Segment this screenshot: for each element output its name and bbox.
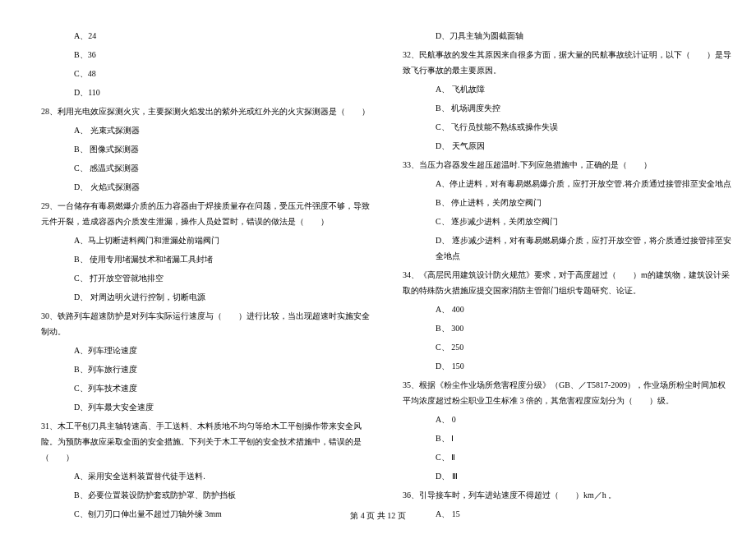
q29-option-c: C、 打开放空管就地排空 (74, 270, 370, 286)
q35-option-a: A、 0 (436, 412, 731, 427)
q31-option-b: B、必要位置装设防护套或防护罩、防护挡板 (74, 487, 370, 503)
q34-option-d: D、 150 (436, 358, 731, 374)
q33-option-b: B、 停止进料，关闭放空阀门 (436, 195, 731, 210)
q34-option-a: A、 400 (436, 302, 731, 317)
q33-option-c: C、 逐步减少进料，关闭放空阀门 (436, 214, 731, 229)
q32-text: 32、民航事故的发生其原因来自很多方面，据大量的民航事故统计证明，以下（ ）是导… (403, 47, 731, 78)
q30-option-c: C、列车技术速度 (74, 380, 370, 396)
q28-text: 28、利用光电效应探测火灾，主要探测火焰发出的紫外光或红外光的火灾探测器是（ ） (41, 104, 370, 119)
q32-option-d: D、 天气原因 (436, 138, 731, 154)
q34-text: 34、《高层民用建筑设计防火规范》要求，对于高度超过（ ）m的建筑物，建筑设计采… (403, 267, 731, 298)
q29-text: 29、一台储存有毒易燃爆介质的压力容器由于焊接质量存在问题，受压元件强度不够，导… (41, 198, 370, 229)
q32-option-a: A、 飞机故障 (436, 81, 731, 97)
page-footer: 第 4 页 共 12 页 (0, 510, 756, 522)
q36-text: 36、引导接车时，列车进站速度不得超过（ ）km／h 。 (403, 487, 731, 503)
q35-option-c: C、 Ⅱ (436, 449, 731, 465)
q27-option-b: B、36 (74, 47, 370, 62)
q27-option-c: C、48 (74, 66, 370, 81)
q33-text: 33、当压力容器发生超压超温时.下列应急措施中，正确的是（ ） (403, 157, 731, 173)
q33-option-d: D、 逐步减少进料，对有毒易燃易爆介质，应打开放空管，将介质通过接管排至安全地点 (436, 232, 731, 264)
q31-option-d: D、刀具主轴为圆截面轴 (436, 28, 731, 44)
q28-option-b: B、 图像式探测器 (74, 141, 370, 157)
q30-option-a: A、列车理论速度 (74, 343, 370, 358)
q34-option-c: C、 250 (436, 339, 731, 355)
q33-option-a: A、停止进料，对有毒易燃易爆介质，应打开放空管.将介质通过接管排至安全地点 (436, 176, 731, 191)
q29-option-a: A、马上切断进料阀门和泄漏处前端阀门 (74, 232, 370, 248)
q32-option-b: B、 机场调度失控 (436, 100, 731, 116)
q29-option-d: D、 对周边明火进行控制，切断电源 (74, 289, 370, 305)
q27-option-a: A、24 (74, 28, 370, 44)
q31-option-a: A、采用安全送料装置替代徒手送料. (74, 468, 370, 484)
q32-option-c: C、 飞行员技能不熟练或操作失误 (436, 119, 731, 135)
q34-option-b: B、 300 (436, 320, 731, 336)
q28-option-c: C、 感温式探测器 (74, 160, 370, 176)
q31-text: 31、木工平刨刀具主轴转速高、手工送料、木料质地不均匀等给木工平刨操作带来安全风… (41, 418, 370, 465)
q35-text: 35、根据《粉尘作业场所危害程度分级》（GB、／T5817-2009），作业场所… (403, 377, 731, 408)
q28-option-a: A、 光束式探测器 (74, 122, 370, 138)
q30-option-d: D、列车最大安全速度 (74, 399, 370, 415)
q30-text: 30、铁路列车超速防护是对列车实际运行速度与（ ）进行比较，当出现超速时实施安全… (41, 308, 370, 339)
q27-option-d: D、110 (74, 85, 370, 100)
q35-option-b: B、 Ⅰ (436, 430, 731, 446)
right-column: D、刀具主轴为圆截面轴 32、民航事故的发生其原因来自很多方面，据大量的民航事故… (378, 25, 740, 525)
q28-option-d: D、 火焰式探测器 (74, 179, 370, 195)
left-column: A、24 B、36 C、48 D、110 28、利用光电效应探测火灾，主要探测火… (16, 25, 378, 525)
q29-option-b: B、 使用专用堵漏技术和堵漏工具封堵 (74, 251, 370, 267)
page-container: A、24 B、36 C、48 D、110 28、利用光电效应探测火灾，主要探测火… (0, 0, 756, 533)
q30-option-b: B、列车旅行速度 (74, 361, 370, 377)
q35-option-d: D、 Ⅲ (436, 468, 731, 484)
